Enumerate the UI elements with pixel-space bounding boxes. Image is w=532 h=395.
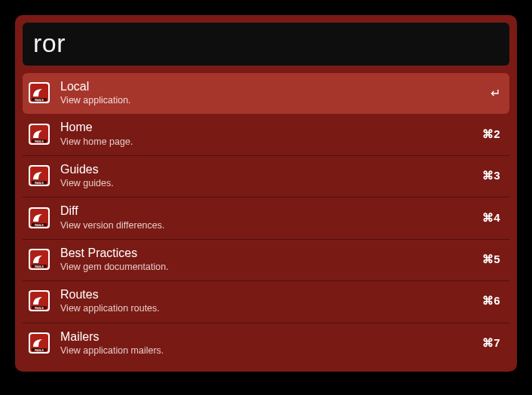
search-input[interactable] [33,29,499,58]
rails-icon [29,124,50,145]
results-list: LocalView application.↵HomeView home pag… [23,73,509,364]
result-text: LocalView application. [60,79,482,106]
shortcut-label: ⌘7 [482,336,500,350]
result-title: Local [60,79,482,93]
result-item[interactable]: HomeView home page.⌘2 [23,114,509,155]
rails-icon [29,82,50,103]
rails-icon [29,332,50,354]
result-text: DiffView version differences. [60,204,473,231]
rails-icon [29,165,50,186]
shortcut-label: ⌘5 [482,253,500,266]
shortcut-label: ⌘4 [482,211,500,225]
result-subtitle: View home page. [60,136,473,148]
result-subtitle: View gem documentation. [60,261,473,273]
result-text: HomeView home page. [60,120,473,147]
result-subtitle: View application routes. [60,302,473,314]
result-item[interactable]: LocalView application.↵ [23,73,509,114]
result-title: Mailers [60,329,473,344]
result-subtitle: View version differences. [60,219,473,231]
result-item[interactable]: Best PracticesView gem documentation.⌘5 [23,240,509,281]
result-item[interactable]: MailersView application mailers.⌘7 [23,323,509,364]
launcher-panel: LocalView application.↵HomeView home pag… [15,15,517,372]
result-text: RoutesView application routes. [60,287,473,314]
result-title: Diff [60,204,473,218]
result-item[interactable]: GuidesView guides.⌘3 [23,156,509,198]
result-item[interactable]: RoutesView application routes.⌘6 [23,281,509,323]
result-text: GuidesView guides. [60,162,473,189]
result-title: Best Practices [60,246,473,260]
rails-icon [29,207,50,228]
shortcut-label: ⌘3 [482,169,500,182]
result-subtitle: View application. [60,94,482,106]
result-title: Guides [60,162,473,176]
shortcut-label: ⌘2 [482,127,500,141]
result-text: Best PracticesView gem documentation. [60,246,473,273]
rails-icon [29,249,50,270]
result-subtitle: View application mailers. [60,344,473,357]
result-title: Home [60,120,473,134]
result-text: MailersView application mailers. [60,329,473,357]
shortcut-label: ⌘6 [482,294,500,308]
enter-icon: ↵ [491,86,500,100]
result-subtitle: View guides. [60,177,473,189]
result-item[interactable]: DiffView version differences.⌘4 [23,198,509,239]
rails-icon [29,290,50,311]
search-row [23,23,509,66]
result-title: Routes [60,287,473,302]
